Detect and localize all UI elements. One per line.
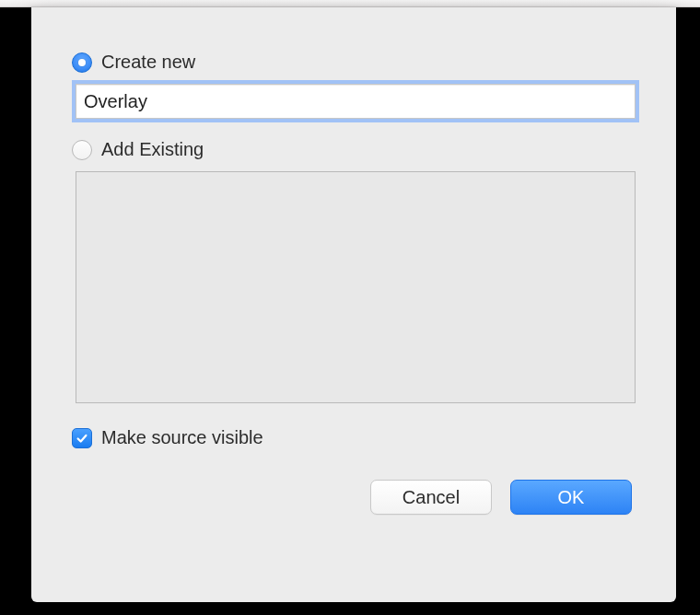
checkbox-checked-icon <box>72 428 92 448</box>
radio-selected-icon <box>72 52 92 73</box>
make-visible-label: Make source visible <box>101 427 263 448</box>
ok-button-label: OK <box>558 487 585 508</box>
ok-button[interactable]: OK <box>510 480 632 515</box>
radio-unselected-icon <box>72 140 92 160</box>
add-existing-label: Add Existing <box>101 139 204 160</box>
cancel-button[interactable]: Cancel <box>370 480 492 515</box>
dialog-sheet: Create new Add Existing Make source visi… <box>31 7 676 602</box>
make-visible-option[interactable]: Make source visible <box>72 427 636 448</box>
window-titlebar-strip <box>0 0 700 7</box>
create-new-option[interactable]: Create new <box>72 52 636 73</box>
dim-backdrop: Create new Add Existing Make source visi… <box>0 7 700 615</box>
cancel-button-label: Cancel <box>402 487 460 508</box>
dialog-button-row: Cancel OK <box>72 480 636 515</box>
source-name-input[interactable] <box>76 84 636 119</box>
add-existing-option[interactable]: Add Existing <box>72 139 636 160</box>
create-new-label: Create new <box>101 52 195 73</box>
existing-sources-list[interactable] <box>76 171 636 403</box>
